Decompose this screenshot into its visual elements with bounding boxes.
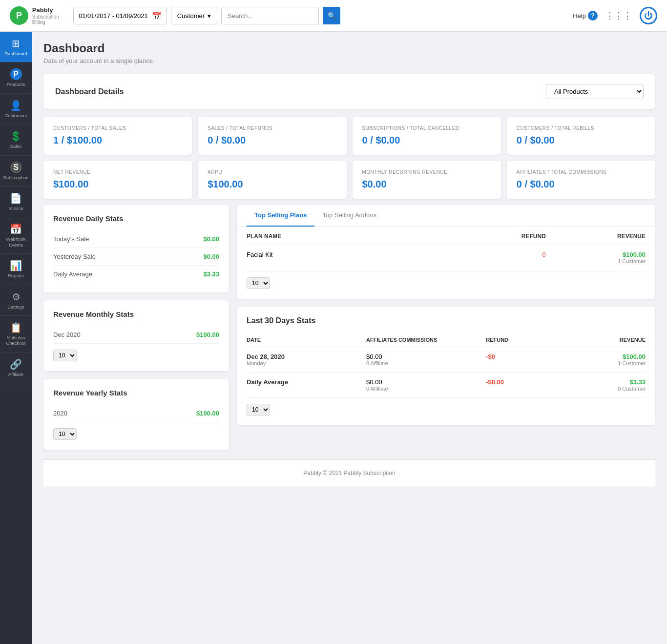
- header-right: Help ? ⋮⋮⋮ ⏻: [573, 7, 657, 24]
- revenue-daily-card: Revenue Daily Stats Today's Sale $0.00 Y…: [43, 205, 229, 292]
- help-icon: ?: [588, 11, 598, 21]
- revenue-monthly-title: Revenue Monthly Stats: [53, 310, 219, 318]
- page-title: Dashboard: [43, 42, 655, 55]
- customer-dropdown[interactable]: Customer ▾: [171, 7, 217, 24]
- logo-text: Pabbly: [32, 6, 73, 14]
- last-30-days-title: Last 30 Days Stats: [247, 316, 646, 325]
- monthly-per-page-select[interactable]: 10: [53, 350, 77, 361]
- stat-value-0: 1 / $100.00: [53, 135, 182, 146]
- sidebar-item-webhook[interactable]: 📅 Webhook Events: [0, 217, 32, 254]
- stat-card-arpu: ARPU $100.00: [198, 161, 346, 199]
- sidebar-label-invoice: Invoice: [8, 206, 23, 211]
- main-content: Dashboard Data of your account in a sing…: [32, 32, 667, 644]
- row1-revenue: $3.33: [566, 378, 646, 386]
- last30-per-page[interactable]: 10: [247, 404, 270, 415]
- sidebar: ⊞ Dashboard P Products 👤 Customers 💲 Sal…: [0, 32, 32, 644]
- logo-icon: P: [10, 6, 28, 25]
- yearly-per-page-select[interactable]: 10: [53, 428, 77, 440]
- stat-label-5: ARPU: [208, 169, 336, 175]
- plan-refund-0: 0: [446, 251, 546, 258]
- stat-label-0: CUSTOMERS / TOTAL SALES: [53, 125, 182, 131]
- revenue-daily-value-2: $3.33: [203, 270, 219, 278]
- revenue-monthly-label-0: Dec 2020: [53, 331, 81, 338]
- revenue-daily-row-1: Yesterday Sale $0.00: [53, 248, 219, 266]
- revenue-monthly-card: Revenue Monthly Stats Dec 2020 $100.00 1…: [43, 300, 229, 371]
- col-refund: REFUND: [446, 233, 546, 240]
- sidebar-item-invoice[interactable]: 📄 Invoice: [0, 187, 32, 217]
- stat-card-rebills: CUSTOMERS / TOTAL REBILLS 0 / $0.00: [507, 117, 655, 155]
- sidebar-item-sales[interactable]: 💲 Sales: [0, 125, 32, 155]
- sidebar-item-affiliate[interactable]: 🔗 Affiliate: [0, 353, 32, 383]
- stat-label-1: SALES / TOTAL REFUNDS: [208, 125, 336, 131]
- help-button[interactable]: Help ?: [573, 11, 598, 21]
- row0-day: Monday: [247, 360, 366, 366]
- revenue-daily-value-1: $0.00: [203, 253, 219, 260]
- revenue-daily-label-2: Daily Average: [53, 270, 92, 278]
- settings-icon: ⚙: [12, 291, 21, 303]
- last30-row-1: Daily Average $0.00 0 Affiliate -$0.00 $…: [247, 373, 646, 398]
- sidebar-item-multiplan[interactable]: 📋 Multiplan Checkout: [0, 316, 32, 353]
- power-button[interactable]: ⏻: [640, 7, 657, 24]
- search-button[interactable]: 🔍: [323, 7, 340, 24]
- tabs-content: PLAN NAME REFUND REVENUE Facial Kit 0 $1…: [237, 227, 655, 299]
- footer: Pabbly © 2021 Pabbly Subscription: [43, 459, 655, 486]
- col-refund: REFUND: [486, 337, 565, 343]
- sidebar-label-subscription: Subscription: [3, 175, 28, 180]
- last-30-days-card: Last 30 Days Stats DATE AFFILIATES COMMI…: [237, 307, 655, 425]
- sidebar-label-dashboard: Dashboard: [4, 51, 27, 56]
- all-products-select[interactable]: All Products: [546, 84, 644, 99]
- stat-value-2: 0 / $0.00: [362, 135, 491, 146]
- last-30-days-header: DATE AFFILIATES COMMISSIONS REFUND REVEN…: [247, 333, 646, 347]
- sidebar-label-customers: Customers: [5, 113, 27, 118]
- invoice-icon: 📄: [10, 192, 22, 204]
- row0-revenue-sub: 1 Customer: [566, 360, 646, 366]
- stat-label-3: CUSTOMERS / TOTAL REBILLS: [517, 125, 646, 131]
- sidebar-item-dashboard[interactable]: ⊞ Dashboard: [0, 32, 32, 62]
- stat-value-6: $0.00: [362, 179, 491, 190]
- products-icon: P: [10, 68, 22, 80]
- calendar-icon: 📅: [152, 11, 162, 21]
- stat-card-subscriptions: SUBSCRIPTIONS / TOTAL CANCELLED 0 / $0.0…: [353, 117, 501, 155]
- revenue-daily-value-0: $0.00: [203, 235, 219, 243]
- customers-icon: 👤: [10, 100, 22, 111]
- sidebar-item-products[interactable]: P Products: [0, 62, 32, 93]
- customer-dropdown-label: Customer: [177, 12, 205, 20]
- col-affiliates: AFFILIATES COMMISSIONS: [366, 337, 486, 343]
- stat-label-7: AFFILIATES / TOTAL COMMISSIONS: [517, 169, 646, 175]
- tab-top-selling-addons[interactable]: Top Selling Addons: [314, 205, 384, 227]
- stat-card-affiliates: AFFILIATES / TOTAL COMMISSIONS 0 / $0.00: [507, 161, 655, 199]
- top-selling-card: Top Selling Plans Top Selling Addons PLA…: [237, 205, 655, 299]
- sidebar-item-subscription[interactable]: S Subscription: [0, 156, 32, 187]
- stats-row-1: CUSTOMERS / TOTAL SALES 1 / $100.00 SALE…: [43, 117, 655, 155]
- sidebar-item-customers[interactable]: 👤 Customers: [0, 94, 32, 125]
- top-selling-row-0: Facial Kit 0 $100.00 1 Customer: [247, 244, 646, 271]
- revenue-daily-title: Revenue Daily Stats: [53, 214, 219, 223]
- col-plan-name: PLAN NAME: [247, 233, 446, 240]
- bottom-row: Revenue Daily Stats Today's Sale $0.00 Y…: [43, 205, 655, 450]
- sidebar-label-webhook: Webhook Events: [0, 236, 32, 248]
- stat-label-4: NET REVENUE: [53, 169, 182, 175]
- dashboard-icon: ⊞: [12, 38, 20, 49]
- stat-value-4: $100.00: [53, 179, 182, 190]
- sidebar-label-reports: Reports: [8, 273, 24, 278]
- row1-affiliate-sub: 0 Affiliate: [366, 386, 486, 392]
- row0-refund: -$0: [486, 353, 565, 366]
- revenue-yearly-card: Revenue Yearly Stats 2020 $100.00 10: [43, 379, 229, 450]
- stat-card-net-revenue: NET REVENUE $100.00: [43, 161, 192, 199]
- col-revenue: REVENUE: [546, 233, 646, 240]
- sidebar-item-settings[interactable]: ⚙ Settings: [0, 285, 32, 316]
- sidebar-label-multiplan: Multiplan Checkout: [0, 335, 32, 346]
- tab-top-selling-plans[interactable]: Top Selling Plans: [247, 205, 314, 227]
- stat-card-sales-refunds: SALES / TOTAL REFUNDS 0 / $0.00: [198, 117, 346, 155]
- stat-value-7: 0 / $0.00: [517, 179, 646, 190]
- top-selling-per-page[interactable]: 10: [247, 277, 270, 289]
- date-range-input[interactable]: 01/01/2017 - 01/09/2021 📅: [73, 7, 167, 24]
- dashboard-details-title: Dashboard Details: [55, 87, 124, 96]
- sidebar-item-reports[interactable]: 📊 Reports: [0, 254, 32, 285]
- search-input[interactable]: [221, 7, 319, 24]
- header-controls: 01/01/2017 - 01/09/2021 📅 Customer ▾ 🔍: [73, 7, 573, 24]
- reports-icon: 📊: [10, 260, 22, 271]
- stat-card-customers-sales: CUSTOMERS / TOTAL SALES 1 / $100.00: [43, 117, 192, 155]
- grid-icon[interactable]: ⋮⋮⋮: [605, 10, 632, 21]
- sidebar-label-products: Products: [7, 82, 25, 87]
